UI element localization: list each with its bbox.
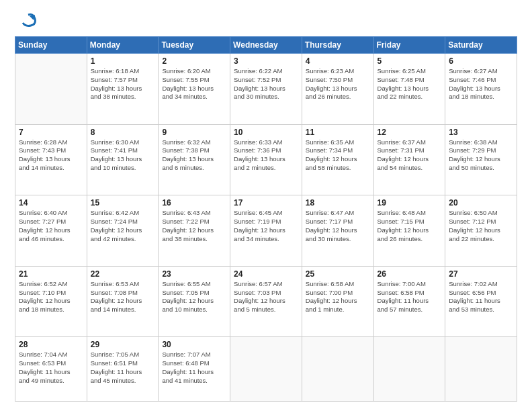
table-row: 30Sunrise: 7:07 AM Sunset: 6:48 PM Dayli… (159, 337, 230, 402)
day-number: 5 (378, 56, 442, 66)
table-row: 29Sunrise: 7:05 AM Sunset: 6:51 PM Dayli… (87, 337, 159, 402)
day-info: Sunrise: 6:55 AM Sunset: 7:05 PM Dayligh… (162, 280, 226, 314)
day-number: 18 (306, 198, 370, 208)
day-info: Sunrise: 7:02 AM Sunset: 6:56 PM Dayligh… (449, 280, 513, 314)
day-info: Sunrise: 6:42 AM Sunset: 7:24 PM Dayligh… (91, 209, 155, 243)
calendar-header-row: Sunday Monday Tuesday Wednesday Thursday… (15, 37, 517, 54)
day-number: 9 (162, 128, 226, 137)
col-thursday: Thursday (302, 37, 373, 54)
day-info: Sunrise: 7:00 AM Sunset: 6:58 PM Dayligh… (378, 280, 442, 314)
day-info: Sunrise: 6:18 AM Sunset: 7:57 PM Dayligh… (91, 67, 155, 101)
table-row: 22Sunrise: 6:53 AM Sunset: 7:08 PM Dayli… (87, 266, 159, 337)
day-info: Sunrise: 6:48 AM Sunset: 7:15 PM Dayligh… (378, 209, 442, 243)
day-number: 1 (91, 56, 155, 66)
day-number: 15 (91, 198, 155, 208)
col-saturday: Saturday (445, 37, 517, 54)
day-info: Sunrise: 6:50 AM Sunset: 7:12 PM Dayligh… (449, 209, 513, 243)
calendar-week-row: 14Sunrise: 6:40 AM Sunset: 7:27 PM Dayli… (15, 195, 517, 267)
table-row: 2Sunrise: 6:20 AM Sunset: 7:55 PM Daylig… (159, 54, 230, 125)
day-number: 6 (449, 56, 513, 66)
table-row: 14Sunrise: 6:40 AM Sunset: 7:27 PM Dayli… (15, 195, 87, 267)
day-number: 30 (162, 340, 226, 349)
day-info: Sunrise: 6:38 AM Sunset: 7:29 PM Dayligh… (449, 138, 513, 173)
table-row: 7Sunrise: 6:28 AM Sunset: 7:43 PM Daylig… (15, 124, 87, 195)
table-row: 19Sunrise: 6:48 AM Sunset: 7:15 PM Dayli… (373, 195, 445, 267)
day-number: 11 (306, 128, 370, 137)
day-info: Sunrise: 6:47 AM Sunset: 7:17 PM Dayligh… (306, 209, 370, 243)
day-number: 26 (378, 269, 442, 279)
page: Sunday Monday Tuesday Wednesday Thursday… (0, 0, 532, 411)
table-row: 13Sunrise: 6:38 AM Sunset: 7:29 PM Dayli… (445, 124, 517, 195)
day-number: 2 (162, 56, 226, 66)
table-row: 10Sunrise: 6:33 AM Sunset: 7:36 PM Dayli… (230, 124, 302, 195)
day-info: Sunrise: 6:45 AM Sunset: 7:19 PM Dayligh… (234, 209, 298, 243)
table-row: 15Sunrise: 6:42 AM Sunset: 7:24 PM Dayli… (87, 195, 159, 267)
day-info: Sunrise: 6:52 AM Sunset: 7:10 PM Dayligh… (19, 280, 83, 314)
day-number: 8 (91, 128, 155, 137)
day-info: Sunrise: 7:07 AM Sunset: 6:48 PM Dayligh… (162, 351, 226, 385)
day-number: 4 (306, 56, 370, 66)
table-row: 26Sunrise: 7:00 AM Sunset: 6:58 PM Dayli… (373, 266, 445, 337)
day-number: 24 (234, 269, 298, 279)
table-row: 6Sunrise: 6:27 AM Sunset: 7:46 PM Daylig… (445, 54, 517, 125)
table-row: 21Sunrise: 6:52 AM Sunset: 7:10 PM Dayli… (15, 266, 87, 337)
day-info: Sunrise: 6:37 AM Sunset: 7:31 PM Dayligh… (378, 138, 442, 173)
day-info: Sunrise: 6:43 AM Sunset: 7:22 PM Dayligh… (162, 209, 226, 243)
day-info: Sunrise: 6:23 AM Sunset: 7:50 PM Dayligh… (306, 67, 370, 101)
col-monday: Monday (87, 37, 159, 54)
day-info: Sunrise: 6:33 AM Sunset: 7:36 PM Dayligh… (234, 138, 298, 173)
day-number: 28 (19, 340, 83, 349)
calendar-week-row: 28Sunrise: 7:04 AM Sunset: 6:53 PM Dayli… (15, 337, 517, 402)
day-info: Sunrise: 6:40 AM Sunset: 7:27 PM Dayligh… (19, 209, 83, 243)
day-number: 17 (234, 198, 298, 208)
table-row: 25Sunrise: 6:58 AM Sunset: 7:00 PM Dayli… (302, 266, 373, 337)
calendar-table: Sunday Monday Tuesday Wednesday Thursday… (15, 36, 517, 402)
day-info: Sunrise: 6:22 AM Sunset: 7:52 PM Dayligh… (234, 67, 298, 101)
day-number: 21 (19, 269, 83, 279)
day-info: Sunrise: 6:32 AM Sunset: 7:38 PM Dayligh… (162, 138, 226, 173)
table-row (302, 337, 373, 402)
day-number: 23 (162, 269, 226, 279)
day-number: 22 (91, 269, 155, 279)
table-row: 8Sunrise: 6:30 AM Sunset: 7:41 PM Daylig… (87, 124, 159, 195)
table-row: 5Sunrise: 6:25 AM Sunset: 7:48 PM Daylig… (373, 54, 445, 125)
table-row: 11Sunrise: 6:35 AM Sunset: 7:34 PM Dayli… (302, 124, 373, 195)
logo-icon (15, 12, 36, 30)
day-number: 7 (19, 128, 83, 137)
day-info: Sunrise: 6:35 AM Sunset: 7:34 PM Dayligh… (306, 138, 370, 173)
table-row: 3Sunrise: 6:22 AM Sunset: 7:52 PM Daylig… (230, 54, 302, 125)
day-number: 12 (378, 128, 442, 137)
day-number: 19 (378, 198, 442, 208)
calendar-week-row: 21Sunrise: 6:52 AM Sunset: 7:10 PM Dayli… (15, 266, 517, 337)
table-row: 4Sunrise: 6:23 AM Sunset: 7:50 PM Daylig… (302, 54, 373, 125)
table-row: 27Sunrise: 7:02 AM Sunset: 6:56 PM Dayli… (445, 266, 517, 337)
table-row: 28Sunrise: 7:04 AM Sunset: 6:53 PM Dayli… (15, 337, 87, 402)
day-number: 20 (449, 198, 513, 208)
table-row (445, 337, 517, 402)
col-wednesday: Wednesday (230, 37, 302, 54)
col-friday: Friday (373, 37, 445, 54)
day-number: 16 (162, 198, 226, 208)
day-number: 27 (449, 269, 513, 279)
header (15, 12, 517, 30)
day-info: Sunrise: 7:04 AM Sunset: 6:53 PM Dayligh… (19, 351, 83, 385)
day-info: Sunrise: 6:30 AM Sunset: 7:41 PM Dayligh… (91, 138, 155, 173)
day-number: 25 (306, 269, 370, 279)
table-row: 16Sunrise: 6:43 AM Sunset: 7:22 PM Dayli… (159, 195, 230, 267)
day-number: 29 (91, 340, 155, 349)
day-info: Sunrise: 6:57 AM Sunset: 7:03 PM Dayligh… (234, 280, 298, 314)
col-sunday: Sunday (15, 37, 87, 54)
day-number: 14 (19, 198, 83, 208)
table-row (230, 337, 302, 402)
day-info: Sunrise: 6:58 AM Sunset: 7:00 PM Dayligh… (306, 280, 370, 314)
logo (15, 12, 39, 30)
day-info: Sunrise: 6:28 AM Sunset: 7:43 PM Dayligh… (19, 138, 83, 173)
calendar-week-row: 7Sunrise: 6:28 AM Sunset: 7:43 PM Daylig… (15, 124, 517, 195)
day-number: 3 (234, 56, 298, 66)
day-number: 13 (449, 128, 513, 137)
table-row: 1Sunrise: 6:18 AM Sunset: 7:57 PM Daylig… (87, 54, 159, 125)
day-info: Sunrise: 6:53 AM Sunset: 7:08 PM Dayligh… (91, 280, 155, 314)
table-row (15, 54, 87, 125)
table-row: 17Sunrise: 6:45 AM Sunset: 7:19 PM Dayli… (230, 195, 302, 267)
day-info: Sunrise: 6:27 AM Sunset: 7:46 PM Dayligh… (449, 67, 513, 101)
